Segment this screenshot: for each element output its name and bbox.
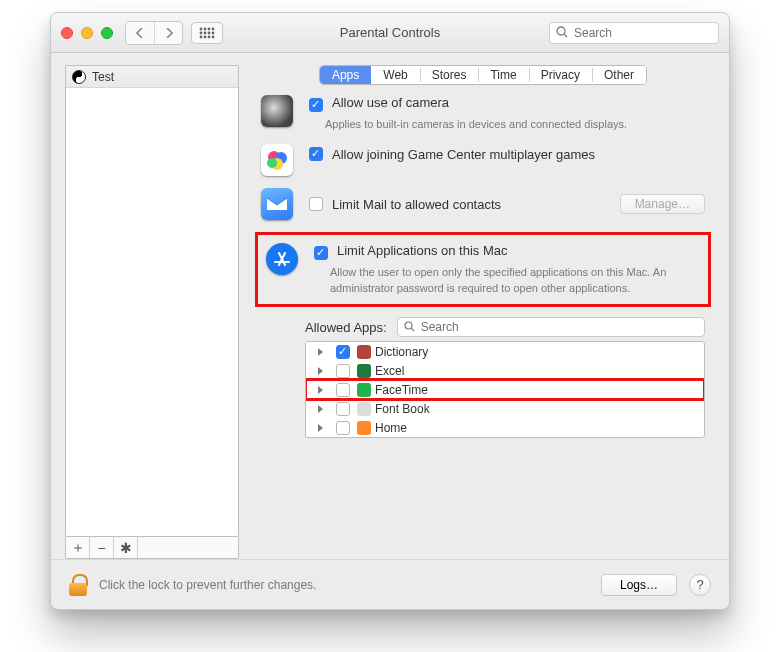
limit-apps-desc: Allow the user to open only the specifie…: [310, 265, 700, 296]
tab-stores[interactable]: Stores: [420, 66, 479, 84]
sidebar-footer: ＋ − ✱: [65, 537, 239, 559]
all-prefs-button[interactable]: [191, 22, 223, 44]
tab-content-apps: Allow use of camera Applies to built-in …: [251, 85, 715, 559]
svg-point-9: [204, 35, 207, 38]
user-row[interactable]: Test: [66, 66, 238, 88]
sidebar-actions-button[interactable]: ✱: [114, 537, 138, 558]
main: AppsWebStoresTimePrivacyOther Allow use …: [251, 65, 715, 559]
app-row[interactable]: Dictionary: [306, 342, 704, 361]
sidebar: Test ＋ − ✱: [65, 65, 239, 559]
limit-apps-label: Limit Applications on this Mac: [337, 243, 508, 258]
app-row[interactable]: Excel: [306, 361, 704, 380]
app-checkbox[interactable]: [336, 345, 350, 359]
search-icon: [556, 24, 568, 42]
app-checkbox[interactable]: [336, 383, 350, 397]
app-checkbox[interactable]: [336, 421, 350, 435]
svg-point-21: [405, 322, 412, 329]
option-limit-apps: Limit Applications on this Mac Allow the…: [266, 243, 700, 296]
app-icon: [357, 345, 371, 359]
app-name: Home: [375, 421, 407, 435]
footer: Click the lock to prevent further change…: [51, 559, 729, 609]
titlebar: Parental Controls: [51, 13, 729, 53]
parental-controls-window: Parental Controls Test ＋ − ✱: [50, 12, 730, 610]
remove-user-button[interactable]: −: [90, 537, 114, 558]
gamecenter-label: Allow joining Game Center multiplayer ga…: [332, 147, 595, 162]
tabs: AppsWebStoresTimePrivacyOther: [319, 65, 647, 85]
logs-button[interactable]: Logs…: [601, 574, 677, 596]
app-name: FaceTime: [375, 383, 428, 397]
option-camera: Allow use of camera Applies to built-in …: [261, 95, 705, 132]
svg-point-8: [200, 35, 203, 38]
svg-point-17: [267, 158, 277, 168]
svg-point-6: [208, 31, 211, 34]
svg-point-4: [200, 31, 203, 34]
toolbar-search[interactable]: [549, 22, 719, 44]
app-icon: [357, 364, 371, 378]
svg-point-12: [557, 27, 565, 35]
allowed-apps-list[interactable]: DictionaryExcelFaceTimeFont BookHome: [305, 341, 705, 438]
disclosure-triangle-icon[interactable]: [318, 405, 323, 413]
svg-point-2: [208, 27, 211, 30]
tab-other[interactable]: Other: [592, 66, 646, 84]
manage-button[interactable]: Manage…: [620, 194, 705, 214]
svg-point-1: [204, 27, 207, 30]
camera-desc: Applies to built-in cameras in devices a…: [305, 117, 705, 132]
search-icon: [404, 320, 415, 335]
tab-time[interactable]: Time: [478, 66, 528, 84]
help-button[interactable]: ?: [689, 574, 711, 596]
option-mail: Limit Mail to allowed contacts Manage…: [261, 188, 705, 220]
app-checkbox[interactable]: [336, 364, 350, 378]
gamecenter-checkbox[interactable]: [309, 147, 323, 161]
svg-line-13: [564, 34, 567, 37]
nav-buttons: [125, 21, 183, 45]
app-row[interactable]: Home: [306, 418, 704, 437]
mail-checkbox[interactable]: [309, 197, 323, 211]
tab-web[interactable]: Web: [371, 66, 419, 84]
app-icon: [357, 421, 371, 435]
camera-label: Allow use of camera: [332, 95, 449, 110]
app-name: Font Book: [375, 402, 430, 416]
svg-point-0: [200, 27, 203, 30]
lock-text: Click the lock to prevent further change…: [99, 578, 316, 592]
allowed-apps-title: Allowed Apps:: [305, 320, 387, 335]
traffic-lights: [61, 27, 113, 39]
mail-label: Limit Mail to allowed contacts: [332, 197, 501, 212]
svg-point-7: [212, 31, 215, 34]
disclosure-triangle-icon[interactable]: [318, 348, 323, 356]
appstore-icon: [266, 243, 298, 275]
user-avatar-icon: [72, 70, 86, 84]
limit-apps-checkbox[interactable]: [314, 246, 328, 260]
disclosure-triangle-icon[interactable]: [318, 424, 323, 432]
lock-icon[interactable]: [69, 574, 87, 596]
option-gamecenter: Allow joining Game Center multiplayer ga…: [261, 144, 705, 176]
toolbar-search-input[interactable]: [572, 25, 712, 41]
svg-point-10: [208, 35, 211, 38]
app-icon: [357, 402, 371, 416]
tab-privacy[interactable]: Privacy: [529, 66, 592, 84]
user-list[interactable]: Test: [65, 65, 239, 537]
app-name: Dictionary: [375, 345, 428, 359]
disclosure-triangle-icon[interactable]: [318, 367, 323, 375]
back-button[interactable]: [126, 22, 154, 44]
app-icon: [357, 383, 371, 397]
svg-point-5: [204, 31, 207, 34]
allowed-apps-section: Allowed Apps: DictionaryExcelFaceTimeFon…: [261, 317, 705, 438]
disclosure-triangle-icon[interactable]: [318, 386, 323, 394]
highlight-limit-apps: Limit Applications on this Mac Allow the…: [255, 232, 711, 307]
close-window-button[interactable]: [61, 27, 73, 39]
app-row[interactable]: Font Book: [306, 399, 704, 418]
tab-apps[interactable]: Apps: [320, 66, 371, 84]
forward-button[interactable]: [154, 22, 182, 44]
allowed-apps-search[interactable]: [397, 317, 705, 337]
camera-icon: [261, 95, 293, 127]
mail-icon: [261, 188, 293, 220]
svg-point-11: [212, 35, 215, 38]
add-user-button[interactable]: ＋: [66, 537, 90, 558]
app-checkbox[interactable]: [336, 402, 350, 416]
app-row[interactable]: FaceTime: [306, 380, 704, 399]
camera-checkbox[interactable]: [309, 98, 323, 112]
minimize-window-button[interactable]: [81, 27, 93, 39]
allowed-apps-search-input[interactable]: [419, 319, 698, 335]
zoom-window-button[interactable]: [101, 27, 113, 39]
user-name: Test: [92, 70, 114, 84]
